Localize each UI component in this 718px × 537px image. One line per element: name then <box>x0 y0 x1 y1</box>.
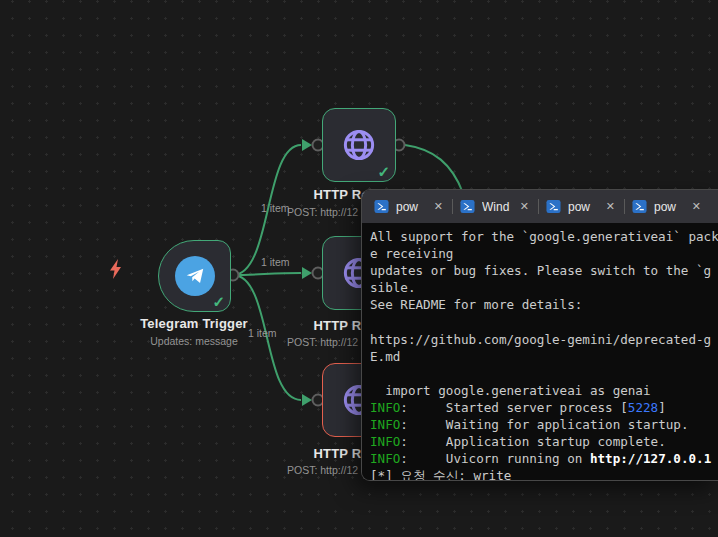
tab-label: pow <box>568 200 597 214</box>
tab-close-icon[interactable]: ✕ <box>518 199 531 214</box>
node-subtitle-http-request-2: POST: http://12 <box>287 336 358 348</box>
connection-trigger-to-http2 <box>233 273 301 275</box>
arrowhead-http3 <box>302 394 312 406</box>
terminal-line: updates or bug fixes. Please switch to t… <box>370 262 718 279</box>
success-check-icon: ✓ <box>377 163 390 181</box>
terminal-line: [*] 요청 수신: write <box>370 467 718 480</box>
terminal-line <box>370 313 718 330</box>
terminal-line <box>370 365 718 382</box>
connection-http1-output <box>405 145 463 193</box>
success-check-icon: ✓ <box>212 293 225 311</box>
lightning-icon <box>108 259 123 279</box>
terminal-tab-bar: pow✕Wind✕pow✕pow✕ <box>362 190 718 223</box>
node-subtitle-http-request-3: POST: http://12 <box>287 464 358 476</box>
terminal-line: INFO: Uvicorn running on http://127.0.0.… <box>370 450 718 467</box>
powershell-icon <box>632 199 647 214</box>
arrowhead-http1 <box>302 139 312 151</box>
tab-label: pow <box>654 200 683 214</box>
terminal-tab-3[interactable]: pow✕ <box>539 190 624 223</box>
globe-icon <box>340 126 378 164</box>
terminal-line: INFO: Application startup complete. <box>370 433 718 450</box>
powershell-icon <box>460 199 475 214</box>
terminal-line: https://github.com/google-gemini/depreca… <box>370 331 718 348</box>
terminal-line: E.md <box>370 348 718 365</box>
arrowhead-http2 <box>302 267 312 279</box>
tab-close-icon[interactable]: ✕ <box>690 199 703 214</box>
node-subtitle-http-request-1: POST: http://12 <box>287 206 358 218</box>
telegram-icon <box>175 256 215 296</box>
terminal-line: INFO: Waiting for application startup. <box>370 416 718 433</box>
terminal-tab-2[interactable]: Wind✕ <box>453 190 538 223</box>
tab-close-icon[interactable]: ✕ <box>432 199 445 214</box>
tab-label: pow <box>396 200 425 214</box>
tab-close-icon[interactable]: ✕ <box>604 199 617 214</box>
terminal-line: import google.generativeai as genai <box>370 382 718 399</box>
terminal-line: See README for more details: <box>370 296 718 313</box>
terminal-line: All support for the `google.generativeai… <box>370 228 718 245</box>
terminal-content[interactable]: All support for the `google.generativeai… <box>362 223 718 480</box>
terminal-line: INFO: Started server process [5228] <box>370 399 718 416</box>
connection-items-badge-2: 1 item <box>261 256 290 268</box>
powershell-icon <box>546 199 561 214</box>
terminal-window[interactable]: pow✕Wind✕pow✕pow✕ All support for the `g… <box>361 189 718 481</box>
terminal-tab-1[interactable]: pow✕ <box>367 190 452 223</box>
terminal-line: sible. <box>370 279 718 296</box>
tab-label: Wind <box>482 200 511 214</box>
node-http-request-1[interactable]: ✓ <box>322 108 396 182</box>
terminal-tab-4[interactable]: pow✕ <box>625 190 710 223</box>
connection-items-badge-1: 1 item <box>261 202 290 214</box>
terminal-line: e receiving <box>370 245 718 262</box>
node-telegram-trigger[interactable]: ✓ <box>158 240 231 312</box>
connection-items-badge-3: 1 item <box>248 327 277 339</box>
powershell-icon <box>374 199 389 214</box>
